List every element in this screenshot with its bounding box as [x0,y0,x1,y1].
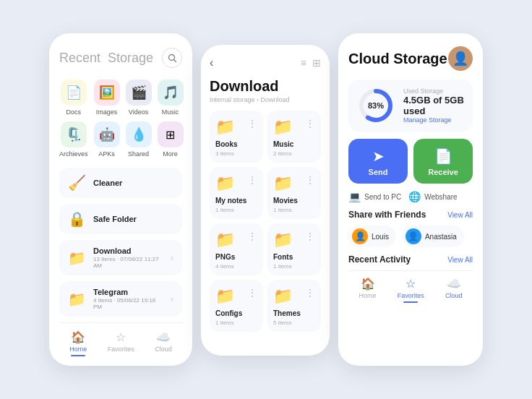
search-icon [168,53,177,63]
safe-folder-item[interactable]: 🔒 Safe Folder [59,204,182,234]
right-nav-favorites[interactable]: ☆ Favorites [398,277,424,303]
music-menu-icon[interactable]: ⋮ [305,118,315,129]
breadcrumb: Internal storage › Download [210,96,321,103]
webshare-label: Webshare [424,193,457,201]
send-to-pc-action[interactable]: 💻 Send to PC [348,191,401,202]
activity-view-all[interactable]: View All [447,256,473,264]
music-folder-icon: 📁 [273,118,293,137]
right-home-icon: 🏠 [361,277,375,291]
share-view-all[interactable]: View All [447,211,473,219]
folder-configs[interactable]: 📁 ⋮ Configs 1 items [210,280,263,332]
activity-section-header: Recent Activity View All [348,254,473,265]
icon-item-videos[interactable]: 🎬 Videos [126,80,152,116]
grid-view-icon[interactable]: ⊞ [312,57,321,69]
themes-folder-icon: 📁 [273,287,293,306]
telegram-chevron-icon: › [171,294,173,304]
folder-fonts-top: 📁 ⋮ [273,231,315,249]
pngs-name: PNGs [215,253,257,261]
phone-left: Recent Storage 📄 Docs 🖼️ Images 🎬 [49,33,192,366]
send-label: Send [369,168,388,176]
fonts-menu-icon[interactable]: ⋮ [305,231,315,242]
apks-icon-box: 🤖 [94,121,120,147]
view-toggle: ≡ ⊞ [301,57,321,69]
right-nav-home[interactable]: 🏠 Home [359,277,377,303]
right-favorites-label: Favorites [398,292,424,299]
home-nav-active-line [71,355,85,356]
home-nav-label: Home [69,346,87,353]
shared-icon-box: 💧 [126,121,152,147]
search-button[interactable] [162,48,182,68]
themes-name: Themes [273,309,315,317]
notes-folder-icon: 📁 [215,174,235,193]
folder-themes[interactable]: 📁 ⋮ Themes 5 items [267,280,321,332]
icon-item-music[interactable]: 🎵 Music [158,80,184,116]
quick-actions: 💻 Send to PC 🌐 Webshare [348,191,473,202]
cloud-nav-label: Cloud [155,346,172,353]
books-name: Books [215,140,257,148]
music-name: Music [273,140,315,148]
donut-percent: 83% [368,101,384,110]
right-header: Cloud Storage 👤 [348,46,473,71]
left-header: Recent Storage [59,48,182,68]
themes-menu-icon[interactable]: ⋮ [305,287,315,299]
telegram-folder-item[interactable]: 📁 Telegram 4 Items · 05/08/22 19:16 PM › [59,281,182,317]
favorites-active-line [403,301,418,303]
icon-item-apks[interactable]: 🤖 APKs [94,121,120,158]
list-view-icon[interactable]: ≡ [301,57,306,69]
movies-folder-icon: 📁 [273,174,293,193]
bottom-nav-right: 🏠 Home ☆ Favorites ☁️ Cloud [348,270,473,310]
icon-item-archives[interactable]: 🗜️ Archieves [59,121,88,158]
send-button[interactable]: ➤ Send [348,139,408,184]
pngs-menu-icon[interactable]: ⋮ [247,231,257,242]
folder-music[interactable]: 📁 ⋮ Music 2 items [267,111,321,163]
icon-item-shared[interactable]: 💧 Shared [126,121,152,158]
themes-count: 5 items [273,319,315,326]
receive-button[interactable]: 📄 Receive [413,139,473,184]
books-folder-icon: 📁 [215,118,235,137]
telegram-folder-icon: 📁 [68,291,86,308]
friend-louis[interactable]: 👤 Louis [348,226,396,247]
download-folder-item[interactable]: 📁 Download 13 Items · 07/08/22 11:27 AM … [59,240,182,275]
folder-music-top: 📁 ⋮ [273,118,315,137]
icon-item-more[interactable]: ⊞ More [158,121,184,158]
favorites-nav-icon: ☆ [116,330,126,344]
download-folder-meta: 13 Items · 07/08/22 11:27 AM [93,256,163,269]
right-nav-cloud[interactable]: ☁️ Cloud [445,277,463,303]
books-count: 3 items [215,150,257,157]
movies-menu-icon[interactable]: ⋮ [305,174,315,186]
configs-menu-icon[interactable]: ⋮ [247,287,257,299]
manage-storage-link[interactable]: Manage Storage [403,116,464,124]
user-avatar[interactable]: 👤 [448,46,473,71]
images-label: Images [96,108,118,116]
fonts-name: Fonts [273,253,315,261]
icon-grid: 📄 Docs 🖼️ Images 🎬 Videos 🎵 Music 🗜️ Arc… [59,80,182,158]
icon-item-images[interactable]: 🖼️ Images [94,80,120,116]
folder-notes[interactable]: 📁 ⋮ My notes 1 items [210,167,263,219]
fonts-count: 1 items [273,263,315,270]
fonts-folder-icon: 📁 [273,231,293,249]
icon-item-docs[interactable]: 📄 Docs [59,80,88,116]
webshare-icon: 🌐 [408,191,421,202]
friend-anastasia[interactable]: 👤 Anastasia [402,226,464,247]
nav-cloud[interactable]: ☁️ Cloud [155,330,172,356]
back-button[interactable]: ‹ [210,56,213,69]
louis-avatar: 👤 [352,228,368,244]
notes-menu-icon[interactable]: ⋮ [247,174,257,186]
cleaner-item[interactable]: 🧹 Cleaner [59,168,182,198]
webshare-action[interactable]: 🌐 Webshare [408,191,457,202]
download-folder-name: Download [93,246,163,255]
folder-grid: 📁 ⋮ Books 3 items 📁 ⋮ Music 2 items 📁 [210,111,321,332]
telegram-folder-info: Telegram 4 Items · 05/08/22 19:16 PM [93,288,163,310]
folder-pngs[interactable]: 📁 ⋮ PNGs 4 items [210,223,263,275]
cleaner-icon: 🧹 [68,174,86,192]
configs-folder-icon: 📁 [215,287,235,306]
folder-fonts[interactable]: 📁 ⋮ Fonts 1 items [267,223,321,275]
folder-movies[interactable]: 📁 ⋮ Movies 1 items [267,167,321,219]
nav-home[interactable]: 🏠 Home [69,330,87,356]
books-menu-icon[interactable]: ⋮ [247,118,257,129]
nav-favorites[interactable]: ☆ Favorites [108,330,134,356]
favorites-nav-label: Favorites [108,346,134,353]
right-favorites-icon: ☆ [406,277,416,291]
folder-books[interactable]: 📁 ⋮ Books 3 items [210,111,263,163]
activity-section-title: Recent Activity [348,254,411,265]
